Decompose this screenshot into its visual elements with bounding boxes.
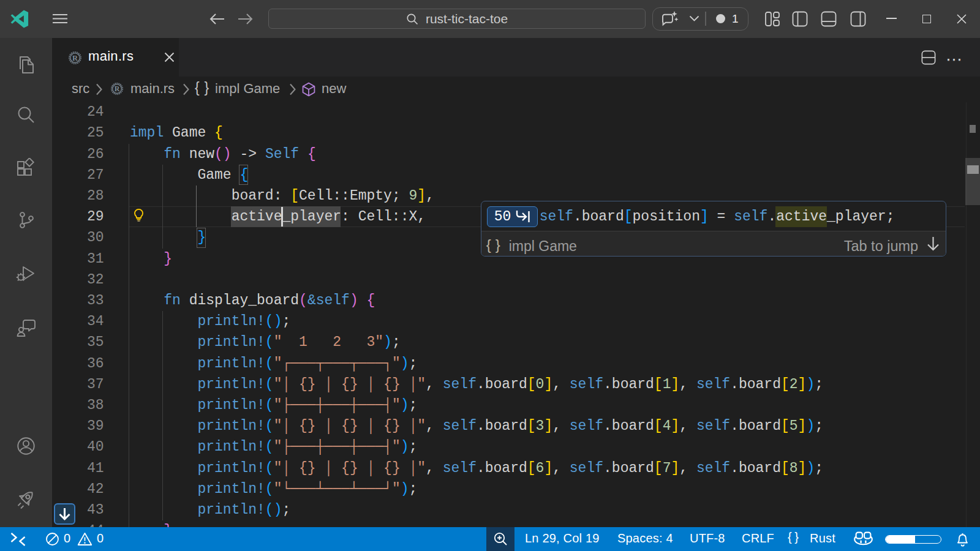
svg-text:R: R [115,84,120,93]
svg-text:R: R [72,54,78,62]
